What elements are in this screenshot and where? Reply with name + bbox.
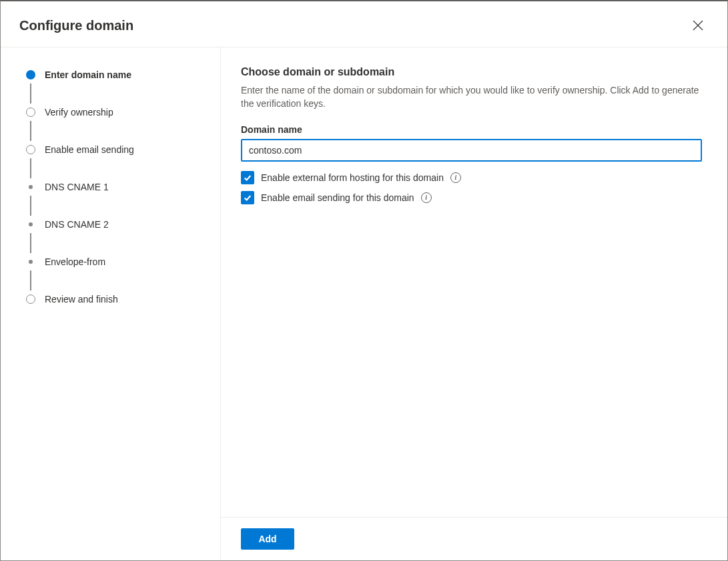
info-icon[interactable]: i <box>450 172 461 183</box>
step-connector <box>30 270 31 291</box>
step-label: Enter domain name <box>45 66 131 83</box>
step-marker-dot-icon <box>29 185 33 189</box>
check-icon <box>243 173 252 182</box>
step-envelope-from[interactable]: Envelope-from <box>26 253 207 270</box>
content-heading: Choose domain or subdomain <box>241 66 702 78</box>
step-connector <box>30 233 31 253</box>
step-label: DNS CNAME 2 <box>45 216 109 233</box>
step-review-and-finish[interactable]: Review and finish <box>26 291 207 308</box>
domain-name-label: Domain name <box>241 124 702 135</box>
step-connector <box>30 83 31 104</box>
step-marker-dot-icon <box>29 260 33 264</box>
close-icon <box>693 20 703 31</box>
step-marker-active-icon <box>26 70 35 79</box>
dialog-footer: Add <box>221 517 727 560</box>
add-button[interactable]: Add <box>241 528 294 550</box>
step-connector <box>30 158 31 178</box>
check-icon <box>243 193 252 202</box>
wizard-stepper: Enter domain name Verify ownership Enabl… <box>1 47 221 560</box>
step-connector <box>30 196 31 216</box>
checkbox-row-form-hosting: Enable external form hosting for this do… <box>241 171 702 184</box>
step-marker-ring-icon <box>26 295 35 304</box>
configure-domain-dialog: Configure domain Enter domain name Verif… <box>1 1 727 560</box>
step-connector <box>30 121 31 141</box>
checkbox-email-sending[interactable] <box>241 191 254 204</box>
step-label: Envelope-from <box>45 253 105 270</box>
content-description: Enter the name of the domain or subdomai… <box>241 83 702 111</box>
checkbox-label: Enable external form hosting for this do… <box>261 172 444 183</box>
close-button[interactable] <box>687 15 709 36</box>
domain-name-input[interactable] <box>241 139 702 162</box>
checkbox-form-hosting[interactable] <box>241 171 254 184</box>
step-marker-ring-icon <box>26 145 35 154</box>
step-dns-cname-1[interactable]: DNS CNAME 1 <box>26 178 207 196</box>
step-verify-ownership[interactable]: Verify ownership <box>26 104 207 121</box>
step-dns-cname-2[interactable]: DNS CNAME 2 <box>26 216 207 233</box>
step-label: Verify ownership <box>45 104 113 121</box>
step-label: DNS CNAME 1 <box>45 178 109 196</box>
info-icon[interactable]: i <box>421 192 432 203</box>
step-marker-ring-icon <box>26 108 35 117</box>
content: Choose domain or subdomain Enter the nam… <box>221 47 727 517</box>
checkbox-row-email-sending: Enable email sending for this domain i <box>241 191 702 204</box>
checkbox-label: Enable email sending for this domain <box>261 192 414 203</box>
step-enter-domain-name[interactable]: Enter domain name <box>26 66 207 83</box>
step-enable-email-sending[interactable]: Enable email sending <box>26 141 207 158</box>
dialog-header: Configure domain <box>1 1 727 47</box>
step-label: Enable email sending <box>45 141 134 158</box>
step-label: Review and finish <box>45 291 118 308</box>
step-marker-dot-icon <box>29 222 33 226</box>
dialog-body: Enter domain name Verify ownership Enabl… <box>1 47 727 560</box>
dialog-title: Configure domain <box>19 18 133 33</box>
content-area: Choose domain or subdomain Enter the nam… <box>221 47 727 560</box>
